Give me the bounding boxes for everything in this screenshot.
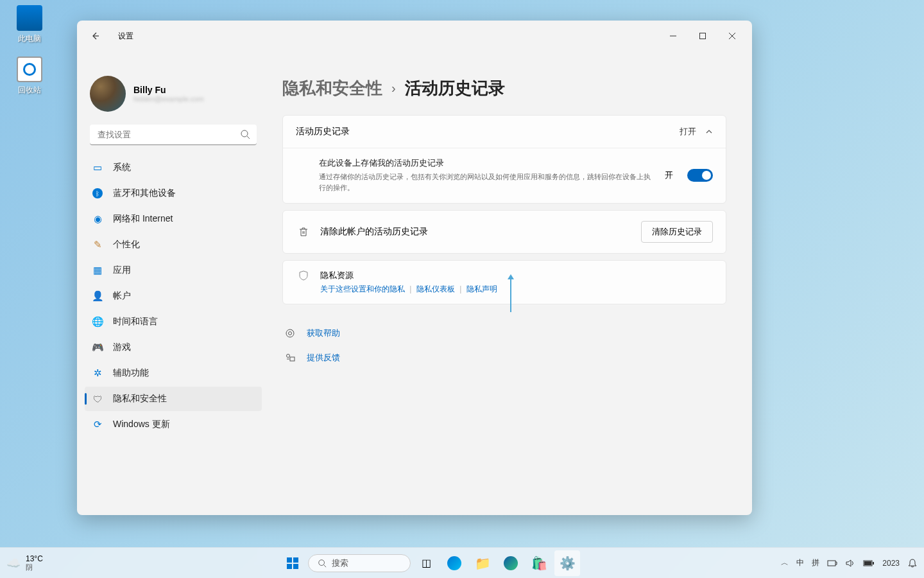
system-icon: ▭ <box>92 162 103 173</box>
windows-icon <box>287 557 298 569</box>
chevron-up-icon <box>705 128 713 136</box>
store-button[interactable]: 🛍️ <box>526 550 552 576</box>
task-view-icon: ◫ <box>422 557 431 569</box>
notifications-icon[interactable] <box>907 558 918 568</box>
nav-privacy[interactable]: 🛡隐私和安全性 <box>85 387 262 411</box>
feedback-link[interactable]: 提供反馈 <box>307 352 340 363</box>
ime-mode[interactable]: 拼 <box>812 557 819 568</box>
settings-window: 设置 Billy Fu hidden@example.com ▭系统 ᛒ蓝牙和其… <box>77 21 752 515</box>
desktop-recycle-bin[interactable]: 回收站 <box>6 57 53 96</box>
avatar <box>90 76 126 112</box>
setting-description: 通过存储你的活动历史记录，包括有关你浏览的网站以及如何使用应用和服务的信息，跳转… <box>319 171 656 193</box>
activity-history-card: 活动历史记录 打开 在此设备上存储我的活动历史记录 通过存储你的活动历史记录，包… <box>282 115 726 204</box>
card-header[interactable]: 活动历史记录 打开 <box>283 116 726 148</box>
search-input[interactable] <box>90 125 257 145</box>
svg-rect-12 <box>873 562 874 565</box>
setting-title: 在此设备上存储我的活动历史记录 <box>319 157 656 169</box>
svg-rect-1 <box>700 33 706 39</box>
shield-icon: 🛡 <box>92 394 103 404</box>
get-help-row: 获取帮助 <box>282 324 726 343</box>
person-icon: 👤 <box>92 291 103 301</box>
breadcrumb: 隐私和安全性 › 活动历史记录 <box>282 77 726 100</box>
nav-accounts[interactable]: 👤帐户 <box>85 284 262 308</box>
close-button[interactable] <box>717 26 747 46</box>
privacy-dashboard-link[interactable]: 隐私仪表板 <box>416 285 455 293</box>
arrow-left-icon <box>90 31 99 40</box>
edge-icon <box>504 556 518 570</box>
task-view-button[interactable]: ◫ <box>413 550 439 576</box>
profile[interactable]: Billy Fu hidden@example.com <box>85 71 262 122</box>
nav-gaming[interactable]: 🎮游戏 <box>85 335 262 360</box>
clear-history-button[interactable]: 清除历史记录 <box>641 221 713 243</box>
back-button[interactable] <box>85 26 105 46</box>
nav-list: ▭系统 ᛒ蓝牙和其他设备 ◉网络和 Internet ✎个性化 ▦应用 👤帐户 … <box>85 155 262 437</box>
explorer-button[interactable]: 📁 <box>470 550 495 576</box>
profile-name: Billy Fu <box>133 85 204 95</box>
card-title: 活动历史记录 <box>296 126 680 137</box>
ime-lang[interactable]: 中 <box>796 557 804 568</box>
folder-icon: 📁 <box>475 556 491 571</box>
cloud-icon: ☁️ <box>6 556 21 570</box>
taskbar-search[interactable]: 搜索 <box>308 554 411 572</box>
desktop-label: 回收站 <box>6 85 53 96</box>
taskbar-center: 搜索 ◫ 📁 🛍️ ⚙️ <box>122 550 738 576</box>
edge-button[interactable] <box>498 550 524 576</box>
chat-icon <box>447 556 461 570</box>
privacy-statement-link[interactable]: 隐私声明 <box>466 285 497 293</box>
tray-chevron-icon[interactable]: ︿ <box>781 557 789 568</box>
wifi-icon: ◉ <box>92 214 103 224</box>
profile-email: hidden@example.com <box>133 95 204 103</box>
start-button[interactable] <box>280 550 305 576</box>
feedback-icon <box>285 353 296 363</box>
nav-time-language[interactable]: 🌐时间和语言 <box>85 310 262 334</box>
search-icon <box>240 129 250 139</box>
get-help-link[interactable]: 获取帮助 <box>307 328 340 339</box>
feedback-row: 提供反馈 <box>282 348 726 367</box>
weather-temp: 13°C <box>26 555 43 563</box>
nav-system[interactable]: ▭系统 <box>85 155 262 180</box>
svg-point-6 <box>287 355 290 358</box>
clock[interactable]: 2023 <box>882 559 900 568</box>
volume-icon[interactable] <box>845 559 855 568</box>
network-icon[interactable] <box>827 559 837 568</box>
weather-widget[interactable]: ☁️ 13°C 阴 <box>6 555 122 571</box>
brush-icon: ✎ <box>92 240 103 250</box>
content-area: 隐私和安全性 › 活动历史记录 活动历史记录 打开 在此设备上存储我的活动历史记… <box>270 51 752 515</box>
nav-personalization[interactable]: ✎个性化 <box>85 232 262 257</box>
desktop-this-pc[interactable]: 此电脑 <box>6 5 53 44</box>
nav-bluetooth[interactable]: ᛒ蓝牙和其他设备 <box>85 181 262 206</box>
search-icon <box>318 559 327 568</box>
about-privacy-link[interactable]: 关于这些设置和你的隐私 <box>320 285 405 293</box>
breadcrumb-parent[interactable]: 隐私和安全性 <box>282 77 382 100</box>
privacy-links: 关于这些设置和你的隐私 | 隐私仪表板 | 隐私声明 <box>320 284 497 295</box>
chat-button[interactable] <box>441 550 467 576</box>
svg-rect-7 <box>290 357 295 361</box>
settings-taskbar-button[interactable]: ⚙️ <box>554 550 580 576</box>
privacy-resources-title: 隐私资源 <box>320 270 497 281</box>
clear-history-card: 清除此帐户的活动历史记录 清除历史记录 <box>282 210 726 254</box>
svg-rect-13 <box>864 561 871 565</box>
maximize-icon <box>699 32 706 40</box>
svg-line-9 <box>324 565 327 567</box>
nav-update[interactable]: ⟳Windows 更新 <box>85 412 262 437</box>
update-icon: ⟳ <box>92 419 103 430</box>
gear-icon: ⚙️ <box>560 556 576 571</box>
nav-network[interactable]: ◉网络和 Internet <box>85 207 262 231</box>
store-toggle[interactable] <box>687 169 713 182</box>
shield-icon <box>296 270 311 295</box>
svg-rect-10 <box>828 561 835 566</box>
window-title: 设置 <box>118 31 133 42</box>
battery-icon[interactable] <box>863 559 875 567</box>
nav-accessibility[interactable]: ✲辅助功能 <box>85 361 262 385</box>
toggle-label: 开 <box>665 170 673 181</box>
svg-point-2 <box>241 130 248 137</box>
gamepad-icon: 🎮 <box>92 342 103 353</box>
store-on-device-row: 在此设备上存储我的活动历史记录 通过存储你的活动历史记录，包括有关你浏览的网站以… <box>283 148 726 203</box>
apps-icon: ▦ <box>92 265 103 276</box>
search-field[interactable] <box>90 125 257 145</box>
nav-apps[interactable]: ▦应用 <box>85 258 262 283</box>
accessibility-icon: ✲ <box>92 368 103 378</box>
maximize-button[interactable] <box>688 26 717 46</box>
minimize-button[interactable] <box>658 26 688 46</box>
globe-icon: 🌐 <box>92 317 103 327</box>
